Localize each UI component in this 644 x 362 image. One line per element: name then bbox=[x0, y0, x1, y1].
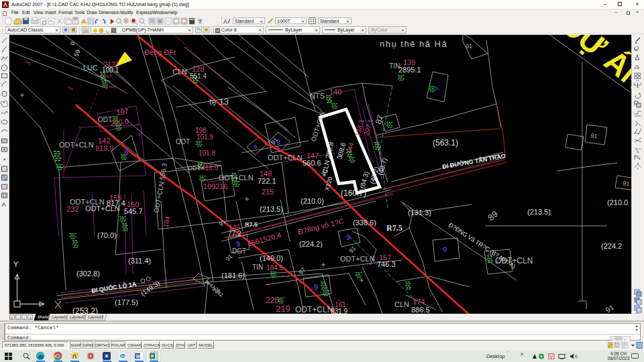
svg-text:184.5: 184.5 bbox=[266, 264, 283, 272]
svg-text:101.8: 101.8 bbox=[199, 149, 215, 157]
svg-text:DGT: DGT bbox=[232, 247, 246, 255]
svg-text:LUC: LUC bbox=[83, 64, 98, 72]
svg-text:(224.2: (224.2 bbox=[601, 242, 622, 250]
svg-text:9: 9 bbox=[314, 283, 318, 291]
svg-text:9: 9 bbox=[435, 86, 439, 92]
svg-text:Zoom: Zoom bbox=[121, 355, 127, 358]
svg-text:(177.5): (177.5) bbox=[115, 298, 138, 306]
svg-text:819.9: 819.9 bbox=[95, 144, 114, 152]
svg-text:9: 9 bbox=[346, 233, 350, 241]
svg-text:101.9: 101.9 bbox=[197, 133, 213, 141]
svg-text:?: ? bbox=[199, 18, 203, 25]
svg-text:(338.6): (338.6) bbox=[353, 219, 376, 227]
svg-text:ODT+CLN: ODT+CLN bbox=[268, 154, 303, 162]
svg-text:140: 140 bbox=[329, 88, 341, 96]
svg-text:(160.7): (160.7) bbox=[341, 188, 366, 198]
svg-text:(213.5): (213.5) bbox=[260, 205, 283, 213]
svg-text:ODT+CLN: ODT+CLN bbox=[295, 305, 333, 314]
svg-text:TIN: TIN bbox=[252, 263, 263, 271]
svg-text:Y: Y bbox=[13, 260, 19, 268]
svg-text:551.4: 551.4 bbox=[190, 72, 207, 80]
svg-text:R7.5: R7.5 bbox=[245, 221, 258, 228]
svg-text:ODT+CLN: ODT+CLN bbox=[340, 255, 375, 263]
svg-text:100.1: 100.1 bbox=[102, 66, 119, 74]
svg-text:722.1: 722.1 bbox=[258, 177, 276, 185]
svg-text:219: 219 bbox=[276, 304, 290, 314]
svg-text:746.3: 746.3 bbox=[377, 260, 396, 268]
svg-text:tẹ 13: tẹ 13 bbox=[209, 97, 229, 107]
svg-text:9: 9 bbox=[124, 149, 128, 157]
svg-text:560.6: 560.6 bbox=[303, 159, 321, 167]
svg-text:(563.1): (563.1) bbox=[433, 138, 458, 147]
svg-text:(210.0): (210.0) bbox=[301, 197, 324, 205]
svg-text:831.9: 831.9 bbox=[331, 308, 347, 314]
svg-text:(181.6): (181.6) bbox=[221, 272, 245, 280]
svg-text:(253.2): (253.2) bbox=[72, 306, 98, 314]
svg-text:NTS: NTS bbox=[310, 92, 325, 100]
svg-text:9: 9 bbox=[254, 143, 257, 150]
svg-text:(213.5): (213.5) bbox=[527, 208, 551, 216]
svg-text:ODT+CLN: ODT+CLN bbox=[219, 174, 254, 182]
svg-text:(302.8): (302.8) bbox=[76, 269, 100, 278]
svg-text:216: 216 bbox=[215, 182, 227, 190]
svg-text:ng mg th: ng mg th bbox=[101, 74, 113, 78]
svg-text:197: 197 bbox=[116, 107, 129, 117]
svg-text:91: 91 bbox=[590, 132, 598, 140]
svg-text:545.7: 545.7 bbox=[124, 207, 143, 215]
svg-text:nhụ thê hã Hả: nhụ thê hã Hả bbox=[380, 39, 447, 49]
svg-text:2895.1: 2895.1 bbox=[398, 66, 421, 74]
svg-text:(210.0: (210.0 bbox=[607, 198, 628, 206]
svg-text:418.9: 418.9 bbox=[201, 164, 218, 172]
svg-text:886.5: 886.5 bbox=[411, 306, 430, 314]
svg-text:(131.3): (131.3) bbox=[408, 208, 431, 217]
svg-text:CLN: CLN bbox=[394, 300, 409, 308]
svg-text:(149.0): (149.0) bbox=[260, 254, 283, 262]
svg-text:215: 215 bbox=[262, 188, 274, 196]
svg-text:(224.2): (224.2) bbox=[299, 240, 323, 248]
svg-text:ODT+CLN: ODT+CLN bbox=[85, 204, 120, 213]
svg-text:91: 91 bbox=[623, 180, 631, 188]
svg-text:CLN: CLN bbox=[172, 68, 187, 76]
svg-text:9: 9 bbox=[443, 245, 447, 253]
svg-text:(70.0): (70.0) bbox=[97, 231, 117, 239]
svg-text:thua trong: thua trong bbox=[102, 85, 116, 88]
svg-text:232: 232 bbox=[66, 205, 78, 213]
svg-text:77.2: 77.2 bbox=[228, 230, 241, 237]
svg-text:V: V bbox=[550, 355, 553, 359]
svg-text:109: 109 bbox=[203, 182, 215, 190]
svg-text:174: 174 bbox=[413, 298, 425, 306]
svg-text:A: A bbox=[223, 18, 227, 25]
svg-text:91: 91 bbox=[466, 43, 472, 50]
svg-text:W: W bbox=[136, 354, 140, 359]
svg-text:ODT+CLN: ODT+CLN bbox=[59, 141, 94, 149]
svg-text:R7.5: R7.5 bbox=[386, 223, 402, 233]
svg-text:Ðêng ÐFt: Ðêng ÐFt bbox=[144, 48, 176, 56]
svg-text:(311.4): (311.4) bbox=[128, 257, 151, 265]
svg-text:A: A bbox=[2, 201, 6, 208]
svg-text:ODT: ODT bbox=[176, 138, 190, 145]
